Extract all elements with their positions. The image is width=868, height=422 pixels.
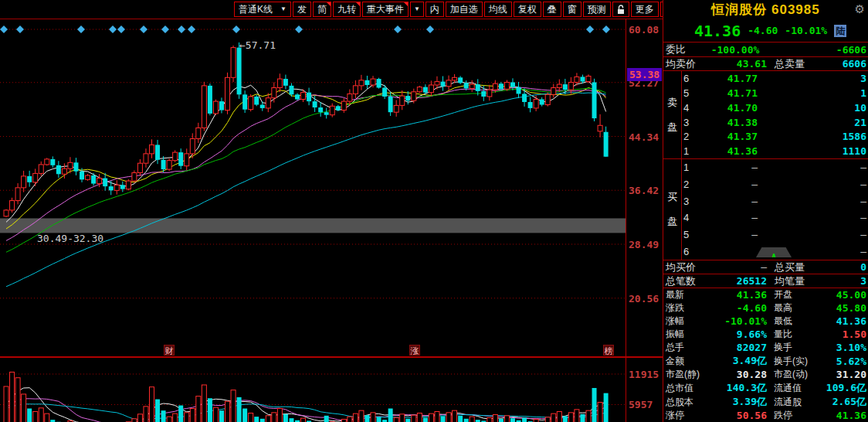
avg-lot-label: 均笔量: [767, 274, 812, 288]
buy-row-3[interactable]: 3––: [682, 192, 868, 209]
vol-ma-line-10: [6, 399, 606, 422]
stat-value: 1.50: [818, 328, 868, 340]
level-number: 5: [682, 229, 693, 240]
toolbar-button-label: 普通K线: [239, 2, 273, 16]
stat-row: 总市值140.3亿流通值109.6亿: [663, 381, 868, 395]
market-badge: 陆: [834, 25, 846, 37]
stat-label: 市盈(动): [767, 368, 818, 381]
sell-row-3[interactable]: 341.3821: [682, 115, 868, 130]
stat-value: 45.80: [818, 302, 868, 314]
event-marker-榜[interactable]: 榜: [603, 345, 614, 356]
toolbar-button-label: 发: [297, 2, 307, 16]
toolbar-button-major-events[interactable]: 重大事件: [362, 2, 409, 17]
stat-value: 140.3亿: [711, 381, 767, 395]
toolbar: 普通K线▼发简九转重大事件▼内加自选均线复权叠窗预测更多→|▼: [234, 1, 697, 18]
level-number: 2: [682, 131, 693, 142]
total-buy-label: 总买量: [767, 260, 812, 274]
stat-value: 82027: [711, 342, 767, 353]
book-side-char: 盘: [667, 215, 677, 229]
toolbar-button-forecast[interactable]: 预测: [583, 2, 611, 17]
sell-row-6[interactable]: 641.773: [682, 71, 868, 86]
level-price: –: [693, 229, 758, 240]
counts-row: 总笔数 26512 均笔量 3: [663, 274, 868, 288]
ma-line-20: [6, 87, 606, 240]
toolbar-button-kline-type[interactable]: 普通K线▼: [234, 2, 291, 17]
book-side-char: 盘: [667, 121, 677, 134]
stat-value: 41.36: [711, 289, 767, 301]
stat-row: 涨幅-10.01%最低41.36: [663, 315, 868, 328]
volume-chart[interactable]: [0, 358, 626, 422]
stat-label: 金额: [663, 355, 711, 368]
buy-row-5[interactable]: 5––: [682, 226, 868, 243]
toolbar-button-label: 九转: [337, 2, 356, 16]
support-band: [0, 218, 626, 233]
kline-chart[interactable]: 30.49-32.30←57.71: [0, 19, 626, 356]
level-number: 4: [682, 212, 693, 223]
stat-row: 涨停50.56跌停41.36: [663, 409, 868, 422]
expand-orderbook-button[interactable]: ∧: [756, 247, 792, 257]
corner-flag: [404, 2, 408, 6]
buy-row-4[interactable]: 4––: [682, 209, 868, 226]
volume-axis-label: 11915: [629, 369, 659, 380]
toolbar-button-more[interactable]: 更多: [631, 2, 659, 17]
toolbar-button-major-events-caret[interactable]: ▼: [410, 2, 424, 17]
unlock-icon: [617, 5, 625, 15]
sell-row-1[interactable]: 141.361110: [682, 144, 868, 158]
stock-title: 恒润股份 603985: [711, 1, 819, 19]
sell-row-5[interactable]: 541.711: [682, 86, 868, 100]
level-volume: 1586: [758, 131, 868, 142]
stat-label: 换手(实): [767, 355, 818, 368]
level-price: –: [693, 179, 758, 190]
buy-row-1[interactable]: 1––: [682, 159, 868, 176]
avg-buy-label: 均买价: [663, 260, 704, 274]
toolbar-button-unlock[interactable]: [612, 2, 629, 17]
settings-gear-icon[interactable]: ⚙: [855, 2, 865, 16]
weibi-value: -100.00%: [693, 44, 778, 56]
toolbar-button-window[interactable]: 窗: [563, 2, 581, 17]
stat-label: 最高: [767, 301, 818, 315]
sell-row-4[interactable]: 441.7010: [682, 100, 868, 115]
toolbar-button-overlay[interactable]: 叠: [543, 2, 561, 17]
stat-value: 31.20: [818, 369, 868, 380]
chart-volume-separator: [0, 356, 663, 358]
buy-row-2[interactable]: 2––: [682, 176, 868, 193]
event-marker-涨[interactable]: 涨: [409, 345, 420, 356]
price-axis-label: 20.56: [629, 293, 659, 305]
level-volume: –: [758, 179, 868, 190]
level-number: 2: [682, 179, 693, 190]
event-marker-财[interactable]: 财: [164, 345, 175, 356]
level-number: 1: [682, 145, 693, 157]
toolbar-button-jian[interactable]: 简: [313, 2, 331, 17]
level-number: 6: [682, 246, 693, 257]
stat-label: 总手: [663, 341, 711, 354]
price-change-pct: -10.01%: [785, 25, 827, 36]
level-price: 41.70: [693, 102, 758, 114]
stat-label: 最低: [767, 315, 818, 328]
sell-row-2[interactable]: 241.371586: [682, 129, 868, 144]
stat-label: 总市值: [663, 382, 711, 395]
toolbar-button-adjust-rights[interactable]: 复权: [514, 2, 541, 17]
quote-panel: 恒润股份 603985 ⚙ 41.36 -4.60 -10.01% 陆 委比 -…: [663, 0, 868, 422]
toolbar-button-add-watchlist[interactable]: 加自选: [446, 2, 483, 17]
level-price: 41.71: [693, 87, 758, 99]
avg-buy-row: 均买价 – 总买量 0: [663, 260, 868, 274]
corner-flag: [327, 2, 331, 6]
stat-label: 量比: [767, 328, 818, 341]
stat-value: 109.6亿: [818, 381, 868, 395]
toolbar-button-ma-lines[interactable]: 均线: [484, 2, 512, 17]
toolbar-button-fa[interactable]: 发: [293, 2, 311, 17]
level-price: –: [693, 196, 758, 207]
toolbar-button-nine-turn[interactable]: 九转: [333, 2, 361, 17]
toolbar-button-label: 复权: [518, 2, 537, 16]
peak-price-annotation: ←57.71: [239, 39, 276, 51]
toolbar-button-nei[interactable]: 内: [426, 2, 444, 17]
level-price: 41.77: [693, 73, 758, 84]
toolbar-button-label: 加自选: [450, 2, 478, 16]
level-volume: 3: [758, 73, 868, 84]
stat-value: -10.01%: [711, 315, 767, 327]
ma-line-10: [6, 85, 606, 230]
stat-value: 9.66%: [711, 328, 767, 340]
stat-label: 跌停: [767, 409, 818, 422]
total-buy-value: 0: [812, 261, 868, 273]
stat-row: 总手82027换手3.10%: [663, 341, 868, 354]
